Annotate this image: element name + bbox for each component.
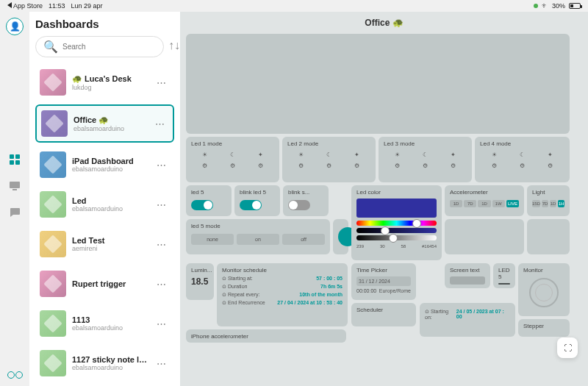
more-icon[interactable]: ⋯ <box>152 118 168 129</box>
dashboard-item-office[interactable]: Office 🐢ebalsamoarduino ⋯ <box>35 104 174 143</box>
widget-screen-text[interactable]: Screen text <box>445 263 490 288</box>
dashboard-canvas[interactable]: Office 🐢 Led 1 mode ☀☾✦ ⚙⚙⚙ Led 2 mode ☀… <box>180 12 588 386</box>
r-value: 239 <box>356 244 364 249</box>
more-icon[interactable]: ⋯ <box>154 279 170 290</box>
nav-devices-icon[interactable] <box>7 178 23 194</box>
svg-rect-3 <box>15 160 20 165</box>
dashboard-sidebar: Dashboards 🔍 ↑↓ 🐢 Luca's Desklukdog ⋯ Of… <box>29 12 180 386</box>
svg-rect-4 <box>10 182 20 188</box>
dashboard-thumbnail <box>40 191 66 218</box>
more-icon[interactable]: ⋯ <box>154 239 170 250</box>
dashboard-item-ipad[interactable]: iPad Dashboardebalsamoarduino ⋯ <box>35 147 174 182</box>
widget-scheduler-details[interactable]: ⊙ Starting on:24 / 05 / 2023 at 07 : 00 <box>420 303 515 337</box>
mode-option[interactable]: off <box>282 234 325 245</box>
dashboard-item-led[interactable]: Ledebalsamoarduino ⋯ <box>35 187 174 222</box>
status-time: 11:53 <box>49 2 65 10</box>
widget-led1-mode[interactable]: Led 1 mode ☀☾✦ ⚙⚙⚙ <box>186 137 279 182</box>
dashboard-owner: ebalsamoarduino <box>72 205 148 212</box>
text-input[interactable] <box>450 276 485 285</box>
b-value: 58 <box>401 244 406 249</box>
widget-light[interactable]: Light 15D 7D 1D 1H <box>527 185 570 216</box>
dashboard-title: 🐢 Luca's Desk <box>72 74 148 84</box>
svg-rect-2 <box>10 160 14 165</box>
dashboard-title: iPad Dashboard <box>72 157 148 165</box>
more-icon[interactable]: ⋯ <box>154 318 170 329</box>
arduino-logo-icon[interactable] <box>7 371 23 379</box>
sidebar-title: Dashboards <box>35 18 174 30</box>
battery-percent: 30% <box>552 2 565 10</box>
saturation-slider[interactable] <box>356 228 437 233</box>
color-preview[interactable] <box>356 199 437 218</box>
widget-led3-mode[interactable]: Led 3 mode ☀☾✦ ⚙⚙⚙ <box>379 137 472 182</box>
more-icon[interactable]: ⋯ <box>154 199 170 210</box>
wifi-icon: ᯤ <box>542 2 548 10</box>
widget-led-color[interactable]: Led color 239 30 58 #16454 <box>351 185 442 260</box>
widget-led4-mode[interactable]: Led 4 mode ☀☾✦ ⚙⚙⚙ <box>475 137 570 182</box>
toggle-switch[interactable] <box>288 200 310 210</box>
widget-monitor-schedule[interactable]: Monitor schedule ⊙ Starting at:57 : 00 :… <box>217 263 348 326</box>
status-bar: App Store 11:53 Lun 29 apr ᯤ 30% <box>0 0 588 12</box>
fullscreen-button[interactable]: ⛶ <box>557 337 578 358</box>
dashboard-title: Led <box>72 196 148 205</box>
search-input[interactable] <box>62 43 156 51</box>
widget-monitor[interactable]: Monitor <box>518 263 570 316</box>
dashboard-item-led-test[interactable]: Led Testaemireni ⋯ <box>35 226 174 262</box>
nav-rail: 👤 <box>0 12 29 386</box>
nav-chat-icon[interactable] <box>7 204 23 221</box>
widget-time-picker[interactable]: Time Picker 31 / 12 / 2024 00:00:00Europ… <box>351 263 416 300</box>
dashboard-owner: ebalsamoarduino <box>72 324 148 332</box>
date-field[interactable]: 31 / 12 / 2024 <box>356 276 411 286</box>
dashboard-thumbnail <box>40 151 66 178</box>
mode-option[interactable]: none <box>191 234 234 245</box>
svg-rect-1 <box>15 154 20 159</box>
search-box[interactable]: 🔍 <box>35 36 164 57</box>
avatar[interactable]: 👤 <box>6 18 24 35</box>
dashboard-thumbnail <box>41 110 68 137</box>
widget-led5-value[interactable]: LED 5 <box>493 263 515 288</box>
dashboard-owner: ebalsamoarduino <box>72 165 148 173</box>
dashboard-title: Rupert trigger <box>72 279 148 288</box>
dashboard-thumbnail <box>40 231 66 257</box>
toggle-switch[interactable] <box>240 200 262 210</box>
dashboard-thumbnail <box>40 69 66 96</box>
dashboard-item-1127[interactable]: 1127 sticky note linksebalsamoarduino ⋯ <box>35 346 174 381</box>
brightness-slider[interactable] <box>356 235 437 240</box>
widget-scheduler[interactable]: Scheduler <box>351 303 416 326</box>
widget-light-chart[interactable] <box>527 219 570 254</box>
widget-led5-toggle[interactable]: led 5 <box>186 185 232 216</box>
dashboard-owner: lukdog <box>72 84 148 91</box>
widget-led5-mode[interactable]: led 5 mode none on off <box>186 219 330 254</box>
dashboard-item-rupert[interactable]: Rupert trigger ⋯ <box>35 266 174 301</box>
dashboard-owner: ebalsamoarduino <box>72 364 148 371</box>
dashboard-thumbnail <box>40 310 66 337</box>
widget-accel-chart[interactable] <box>445 219 524 254</box>
back-to-app[interactable]: App Store <box>7 2 43 10</box>
widget-round-button[interactable] <box>333 219 348 254</box>
sort-button[interactable]: ↑↓ <box>168 36 180 55</box>
widget-led2-mode[interactable]: Led 2 mode ☀☾✦ ⚙⚙⚙ <box>282 137 376 182</box>
status-date: Lun 29 apr <box>71 2 103 10</box>
luminosity-value: 18.5 <box>191 276 209 287</box>
dashboard-title: Led Test <box>72 236 148 245</box>
dashboard-item-lucas-desk[interactable]: 🐢 Luca's Desklukdog ⋯ <box>35 65 174 100</box>
dashboard-item-1113[interactable]: 1113ebalsamoarduino ⋯ <box>35 306 174 341</box>
widget-stepper[interactable]: Stepper <box>518 319 570 337</box>
g-value: 30 <box>380 244 385 249</box>
value-box <box>498 283 510 285</box>
widget-luminosity[interactable]: Lumin... 18.5 <box>186 263 214 300</box>
location-dot-icon <box>534 4 538 8</box>
more-icon[interactable]: ⋯ <box>154 358 170 369</box>
more-icon[interactable]: ⋯ <box>154 77 170 88</box>
widget-iphone-accelerometer[interactable]: iPhone accelerometer <box>186 329 346 343</box>
widget-chart-empty[interactable] <box>186 34 570 134</box>
toggle-switch[interactable] <box>191 200 213 210</box>
more-icon[interactable]: ⋯ <box>154 160 170 171</box>
dashboard-owner: aemireni <box>72 245 148 252</box>
mode-option[interactable]: on <box>237 234 279 245</box>
widget-blink-led5-toggle[interactable]: blink led 5 <box>234 185 280 216</box>
widget-accelerometer[interactable]: Accelerometer 1D 7D 1D 1W LIVE <box>445 185 524 216</box>
hue-slider[interactable] <box>356 221 437 226</box>
hex-value: #16454 <box>422 244 437 249</box>
nav-dashboards-icon[interactable] <box>7 151 23 168</box>
widget-blink-speed-toggle[interactable]: blink s... <box>283 185 329 216</box>
